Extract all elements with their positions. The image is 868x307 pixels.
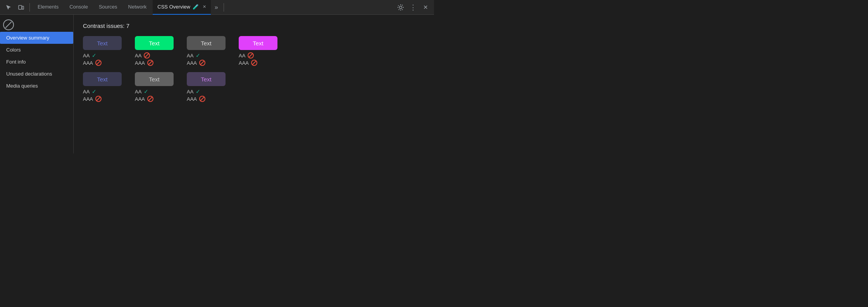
contrast-badges-2-1: AA ✓ AAA <box>83 88 102 102</box>
sidebar-item-unused-declarations[interactable]: Unused declarations <box>0 68 73 80</box>
check-icon: ✓ <box>92 52 96 59</box>
contrast-item-1-4: Text AA AAA <box>239 36 281 66</box>
ban-icon-1-3-aaa <box>199 60 205 66</box>
ban-icon <box>3 19 14 30</box>
contrast-row-1: Text AA ✓ AAA Te <box>83 36 425 66</box>
contrast-text-button-1-4[interactable]: Text <box>239 36 277 50</box>
contrast-text-button-1-2[interactable]: Text <box>135 36 174 50</box>
contrast-item-2-2: Text AA ✓ AAA <box>135 72 177 102</box>
contrast-item-1-2: Text AA AAA <box>135 36 177 66</box>
svg-rect-1 <box>22 6 24 9</box>
sidebar-item-font-info[interactable]: Font info <box>0 56 73 68</box>
tab-css-overview[interactable]: CSS Overview 🧪 ✕ <box>153 0 211 15</box>
sidebar: Overview summary Colors Font info Unused… <box>0 15 74 154</box>
contrast-item-1-3: Text AA ✓ AAA <box>187 36 229 66</box>
ban-icon-2-1-aaa <box>95 96 102 102</box>
aa-badge-1-2: AA <box>135 52 153 59</box>
aaa-badge-2-2: AAA <box>135 96 153 102</box>
toolbar-right: ⋮ ✕ <box>395 2 431 13</box>
content-area: Contrast issues: 7 Text AA ✓ AAA <box>74 15 434 154</box>
tab-sources[interactable]: Sources <box>94 0 122 15</box>
tab-elements[interactable]: Elements <box>33 0 63 15</box>
ban-icon-1-4-aa <box>248 52 254 59</box>
contrast-badges-1-2: AA AAA <box>135 52 153 66</box>
contrast-text-button-1-3[interactable]: Text <box>187 36 226 50</box>
aa-badge-2-2: AA ✓ <box>135 88 153 95</box>
aa-badge-1-3: AA ✓ <box>187 52 205 59</box>
devtools-toolbar: Elements Console Sources Network CSS Ove… <box>0 0 434 15</box>
ban-icon-2-3-aaa <box>199 96 205 102</box>
aa-badge-2-1: AA ✓ <box>83 88 102 95</box>
contrast-item-1-1: Text AA ✓ AAA <box>83 36 126 66</box>
aaa-badge-2-1: AAA <box>83 96 102 102</box>
contrast-badges-1-4: AA AAA <box>239 52 257 66</box>
ban-icon-1-2-aaa <box>147 60 153 66</box>
aaa-badge-1-2: AAA <box>135 60 153 66</box>
contrast-text-button-2-3[interactable]: Text <box>187 72 226 86</box>
ban-icon-1-1 <box>95 60 102 66</box>
check-icon-2-2-aa: ✓ <box>144 88 148 95</box>
cursor-icon[interactable] <box>3 2 14 13</box>
check-icon-2-3-aa: ✓ <box>196 88 200 95</box>
toolbar-divider-1 <box>29 3 30 12</box>
aa-badge-1-1: AA ✓ <box>83 52 102 59</box>
more-tabs-button[interactable]: » <box>212 4 220 11</box>
contrast-row-2: Text AA ✓ AAA Te <box>83 72 425 102</box>
aaa-badge-1-3: AAA <box>187 60 205 66</box>
tab-network[interactable]: Network <box>124 0 152 15</box>
flask-icon: 🧪 <box>193 4 199 10</box>
aaa-badge-1-4: AAA <box>239 60 257 66</box>
ban-icon-1-4-aaa <box>251 60 257 66</box>
check-icon-1-3-aa: ✓ <box>196 52 200 59</box>
tab-close-icon[interactable]: ✕ <box>203 4 206 9</box>
toolbar-divider-2 <box>224 3 224 12</box>
tab-console[interactable]: Console <box>65 0 93 15</box>
contrast-item-2-3: Text AA ✓ AAA <box>187 72 229 102</box>
contrast-text-button-2-2[interactable]: Text <box>135 72 174 86</box>
contrast-grid: Text AA ✓ AAA Te <box>83 36 425 102</box>
main-layout: Overview summary Colors Font info Unused… <box>0 15 434 154</box>
aaa-badge-2-3: AAA <box>187 96 205 102</box>
aaa-badge-1-1: AAA <box>83 60 102 66</box>
more-options-button[interactable]: ⋮ <box>408 2 418 13</box>
ban-icon-2-2-aaa <box>147 96 153 102</box>
aa-badge-2-3: AA ✓ <box>187 88 205 95</box>
settings-button[interactable] <box>395 2 406 13</box>
contrast-badges-1-1: AA ✓ AAA <box>83 52 102 66</box>
sidebar-item-media-queries[interactable]: Media queries <box>0 80 73 92</box>
sidebar-item-colors[interactable]: Colors <box>0 44 73 56</box>
contrast-item-2-1: Text AA ✓ AAA <box>83 72 126 102</box>
contrast-text-button-2-1[interactable]: Text <box>83 72 122 86</box>
close-devtools-button[interactable]: ✕ <box>420 2 431 13</box>
contrast-badges-1-3: AA ✓ AAA <box>187 52 205 66</box>
contrast-text-button-1-1[interactable]: Text <box>83 36 122 50</box>
device-icon[interactable] <box>16 2 26 13</box>
contrast-badges-2-2: AA ✓ AAA <box>135 88 153 102</box>
svg-rect-0 <box>19 5 22 9</box>
ban-icon-1-2-aa <box>144 52 150 59</box>
contrast-badges-2-3: AA ✓ AAA <box>187 88 205 102</box>
check-icon-2-1-aa: ✓ <box>92 88 96 95</box>
aa-badge-1-4: AA <box>239 52 257 59</box>
contrast-issues-title: Contrast issues: 7 <box>83 22 425 29</box>
sidebar-item-overview-summary[interactable]: Overview summary <box>0 32 73 44</box>
